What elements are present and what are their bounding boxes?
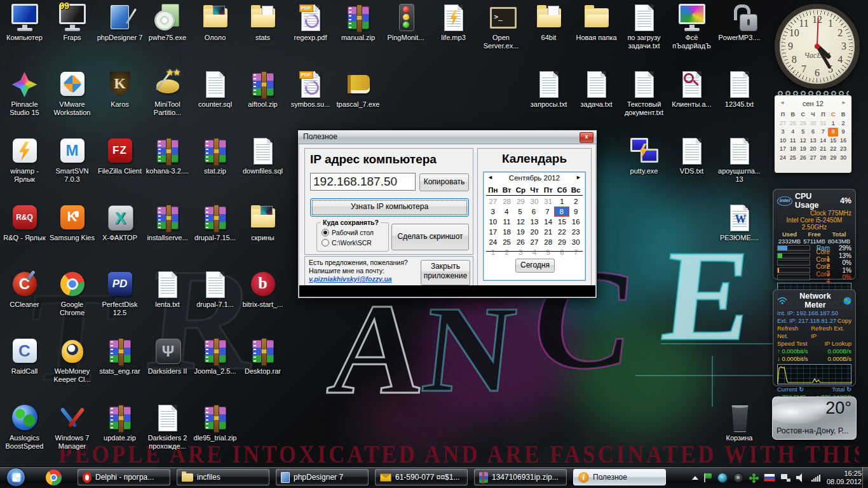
desktop-icon-xfactor[interactable]: XХ-ФАКТОР	[97, 203, 143, 242]
weather-gadget[interactable]: 20° Ростов-на-Дону, Р...	[772, 396, 857, 440]
desktop-icon-folder-paper[interactable]: stats	[240, 3, 286, 42]
desktop-icon-paper[interactable]: counter.sql	[192, 69, 238, 109]
desktop-icon-paper[interactable]: ароущшгпа... 13	[716, 136, 763, 184]
calendar-day-cell[interactable]: 31	[818, 119, 828, 128]
desktop-icon-paper[interactable]: downfiles.sql	[240, 136, 286, 175]
calendar-day-cell[interactable]: 15	[828, 137, 838, 146]
desktop-icon-pdf[interactable]: PDFregexp.pdf	[287, 3, 334, 42]
calendar-day-cell[interactable]: 11	[500, 217, 514, 227]
calendar-day-cell[interactable]: 30	[808, 119, 818, 128]
calendar-day-cell[interactable]: 27	[808, 154, 818, 163]
taskbar-button-3[interactable]: phpDesigner 7	[276, 469, 369, 485]
calendar-day-cell[interactable]: 28	[788, 119, 798, 128]
calendar-day-cell[interactable]: 6	[555, 247, 569, 257]
calendar-day-cell[interactable]: 16	[838, 137, 848, 146]
calendar-day-cell[interactable]: 10	[486, 217, 500, 227]
desktop-icon-paper[interactable]: lenta.txt	[144, 269, 191, 309]
calendar-day-cell[interactable]: 4	[527, 247, 541, 257]
calendar-day-cell[interactable]: 23	[838, 145, 848, 154]
calendar-day-cell[interactable]: 7	[818, 128, 828, 137]
calendar-day-cell[interactable]: 23	[569, 227, 583, 237]
desktop-icon-paper[interactable]: 12345.txt	[716, 69, 763, 109]
calendar-day-cell[interactable]: 3	[778, 128, 788, 137]
ip-lookup-link[interactable]: IP Lookup	[824, 340, 851, 348]
desktop-icon-minitool[interactable]: ★★MiniTool Partitio...	[144, 69, 191, 117]
calendar-day-cell[interactable]: 13	[808, 137, 818, 146]
tray-clover-icon[interactable]	[749, 473, 758, 482]
radio-path-dot[interactable]	[322, 239, 329, 247]
desktop-icon-folder-paper[interactable]: 64bit	[526, 3, 572, 42]
radio-desktop[interactable]: Рабочий стол	[322, 229, 374, 236]
calendar-day-cell[interactable]: 26	[513, 237, 527, 247]
desktop-icon-folder[interactable]: Новая папка	[573, 3, 620, 42]
calendar-day-cell[interactable]: 6	[527, 207, 540, 217]
desktop-icon-chrome[interactable]: Google Chrome	[49, 269, 95, 317]
calendar-day-cell[interactable]: 29	[828, 154, 838, 163]
taskbar-button-5[interactable]: 1347106931ip.zip...	[474, 469, 567, 485]
calendar-day-cell[interactable]: 20	[527, 227, 541, 237]
tray-app-icon-dark[interactable]	[733, 473, 743, 483]
get-ip-button[interactable]: Узнать IP компьютера	[310, 198, 469, 217]
calendar-day-cell[interactable]: 25	[788, 154, 798, 163]
desktop-icon-bitrix[interactable]: bbitrix-start_...	[240, 269, 286, 309]
calendar-day-cell[interactable]: 5	[798, 128, 808, 137]
calendar-day-cell[interactable]: 9	[569, 207, 583, 217]
calendar-day-cell[interactable]: 29	[798, 119, 808, 128]
tray-expand-icon[interactable]	[692, 476, 698, 480]
calendar-day-cell[interactable]: 20	[808, 145, 818, 154]
desktop-icon-lock[interactable]: PowerMP3....	[716, 3, 763, 42]
calendar-day-cell[interactable]: 3	[513, 247, 527, 257]
desktop-icon-terminal[interactable]: >_Open Server.ex...	[478, 3, 524, 50]
chrome-quicklaunch-icon[interactable]	[46, 470, 62, 485]
refresh-ext-link[interactable]: Refresh Ext. IP	[811, 325, 851, 340]
desktop-icon-smartsvn[interactable]: MSmartSVN 7.0.3	[49, 136, 95, 184]
calendar-day-cell[interactable]: 27	[527, 237, 541, 247]
desktop-icon-rar[interactable]: kohana-3.2....	[144, 136, 191, 175]
desktop-icon-karos[interactable]: KKaros	[97, 69, 143, 109]
email-link[interactable]: v.pizniakhivskyi@fozzy.ua	[309, 275, 392, 283]
close-app-button[interactable]: Закрыть приложение	[421, 260, 470, 285]
desktop-icon-raidcall[interactable]: CRaidCall	[1, 336, 48, 376]
desktop-icon-word[interactable]: WРЕЗЮМЕ....	[716, 203, 763, 242]
calendar-day-cell[interactable]: 2	[500, 247, 514, 257]
calendar-day-cell[interactable]: 28	[541, 237, 555, 247]
calendar-day-cell[interactable]: 22	[828, 145, 838, 154]
ip-address-input[interactable]	[310, 173, 416, 191]
calendar-day-cell[interactable]: 2	[569, 196, 583, 207]
desktop-icon-pdf[interactable]: PDFsymbos.su...	[287, 69, 334, 109]
desktop-icon-webmoney[interactable]: WebMoney Keeper Cl...	[49, 336, 95, 384]
desktop-icon-bluebox[interactable]: phpDesigner 7	[97, 3, 143, 42]
desktop-icon-paper[interactable]: VDS.txt	[668, 136, 715, 175]
refresh-total-icon[interactable]: ↻	[846, 386, 851, 393]
calendar-next-icon[interactable]: ►	[576, 174, 581, 180]
desktop-icon-traffic[interactable]: PingMonit...	[383, 3, 429, 42]
desktop-icon-ccleaner[interactable]: CCCleaner	[1, 269, 48, 309]
tray-signal-icon[interactable]	[811, 474, 821, 482]
desktop-icon-access[interactable]: Клиенты.a...	[668, 69, 715, 109]
desktop-icon-folder-img[interactable]: скрины	[240, 203, 286, 242]
desktop-icon-winamp[interactable]: winamp - Ярлык	[1, 136, 48, 184]
calendar-day-cell[interactable]: 15	[555, 217, 569, 227]
desktop-icon-putty[interactable]: putty.exe	[621, 136, 667, 175]
calendar-day-cell[interactable]: 13	[527, 217, 541, 227]
calendar-day-cell[interactable]: 6	[808, 128, 818, 137]
window-titlebar[interactable]: Полезное x	[298, 130, 597, 144]
calendar-day-cell[interactable]: 3	[486, 207, 499, 217]
desktop-icon-rar[interactable]: aiftool.zip	[240, 69, 286, 109]
calendar-day-cell[interactable]: 25	[500, 237, 514, 247]
calendar-day-cell[interactable]: 27	[778, 119, 788, 128]
calendar-day-cell[interactable]: 30	[527, 196, 541, 207]
calendar-day-cell[interactable]: 1	[828, 119, 838, 128]
desktop-icon-filezilla[interactable]: FZFileZilla Client	[97, 136, 143, 175]
desktop-icon-computer[interactable]: Компьютер	[1, 3, 48, 42]
cpu-gadget[interactable]: intel CPU Usage 4% Clock 775MHz Intel Co…	[773, 189, 856, 280]
taskbar-button-6[interactable]: iПолезное	[573, 469, 666, 485]
calendar-day-cell[interactable]: 21	[541, 227, 555, 237]
calendar-day-cell[interactable]: 18	[500, 227, 514, 237]
calendar-day-cell[interactable]: 1	[555, 196, 569, 207]
calendar-prev-icon[interactable]: ◄	[487, 174, 493, 180]
desktop-icon-rar[interactable]: installserve...	[144, 203, 191, 242]
calendar-day-cell[interactable]: 19	[798, 145, 808, 154]
desktop-icon-perfectdisk[interactable]: PDPerfectDisk 12.5	[97, 269, 143, 317]
calendar-day-cell[interactable]: 17	[778, 145, 788, 154]
